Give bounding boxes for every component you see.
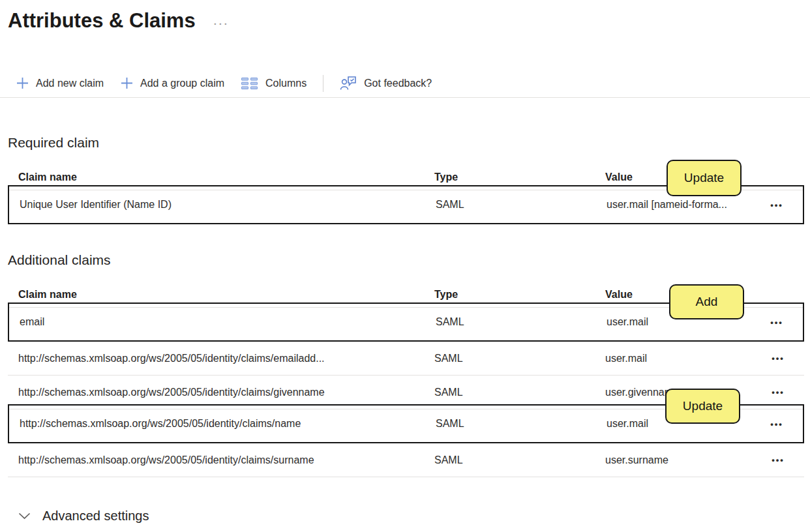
additional-claims-heading: Additional claims [8,252,810,269]
row-menu-ellipsis-icon[interactable]: ••• [762,419,791,429]
claim-value-cell: user.mail [nameid-forma... [607,199,762,211]
claim-type-cell: SAML [434,387,605,398]
claim-name-cell: http://schemas.xmlsoap.org/ws/2005/05/id… [18,454,434,466]
columns-button[interactable]: Columns [233,77,315,90]
claim-type-cell: SAML [436,316,607,328]
row-menu-ellipsis-icon[interactable]: ••• [762,200,791,210]
toolbar-divider [323,75,323,92]
column-header-type: Type [434,289,605,301]
attributes-claims-page: Attributes & Claims ··· Add new claim Ad… [0,0,810,532]
add-new-claim-button[interactable]: Add new claim [8,77,112,89]
annotation-badge-update-name-claim: Update [665,389,740,424]
page-header: Attributes & Claims ··· [0,0,810,35]
columns-label: Columns [265,78,307,89]
advanced-settings-toggle[interactable]: Advanced settings [18,509,810,524]
got-feedback-button[interactable]: Got feedback? [331,76,440,91]
add-group-claim-label: Add a group claim [140,78,224,89]
command-bar: Add new claim Add a group claim Columns [0,69,810,98]
page-title: Attributes & Claims [8,8,196,34]
claim-row-surname[interactable]: http://schemas.xmlsoap.org/ws/2005/05/id… [8,443,804,477]
columns-icon [241,77,258,90]
claim-name-cell: Unique User Identifier (Name ID) [20,199,436,211]
column-header-claim-name: Claim name [18,289,434,301]
claim-type-cell: SAML [436,199,607,211]
row-menu-ellipsis-icon[interactable]: ••• [764,353,792,363]
title-more-options-icon[interactable]: ··· [214,18,230,29]
plus-icon [16,77,29,89]
claim-name-cell: http://schemas.xmlsoap.org/ws/2005/05/id… [18,387,434,398]
claim-name-cell: http://schemas.xmlsoap.org/ws/2005/05/id… [18,353,434,364]
claim-value-cell: user.surname [605,454,764,466]
required-claim-heading: Required claim [8,134,810,151]
add-group-claim-button[interactable]: Add a group claim [112,77,233,89]
claim-row-emailaddress[interactable]: http://schemas.xmlsoap.org/ws/2005/05/id… [8,342,804,376]
annotation-badge-update-required-claim: Update [667,160,742,196]
feedback-icon [340,76,357,91]
claim-name-cell: http://schemas.xmlsoap.org/ws/2005/05/id… [20,418,436,430]
row-menu-ellipsis-icon[interactable]: ••• [762,318,791,327]
got-feedback-label: Got feedback? [364,78,432,89]
plus-icon [121,77,133,89]
chevron-down-icon [18,512,31,520]
column-header-type: Type [434,171,605,183]
advanced-settings-label: Advanced settings [42,509,149,524]
row-menu-ellipsis-icon[interactable]: ••• [764,387,792,397]
claim-value-cell: user.mail [605,353,764,364]
claim-name-cell: email [20,316,436,328]
annotation-badge-add-email-claim: Add [669,284,744,319]
claim-type-cell: SAML [434,454,605,466]
claim-type-cell: SAML [434,353,605,364]
add-new-claim-label: Add new claim [36,78,104,89]
claim-type-cell: SAML [436,418,607,430]
column-header-claim-name: Claim name [18,171,434,183]
row-menu-ellipsis-icon[interactable]: ••• [764,455,792,465]
